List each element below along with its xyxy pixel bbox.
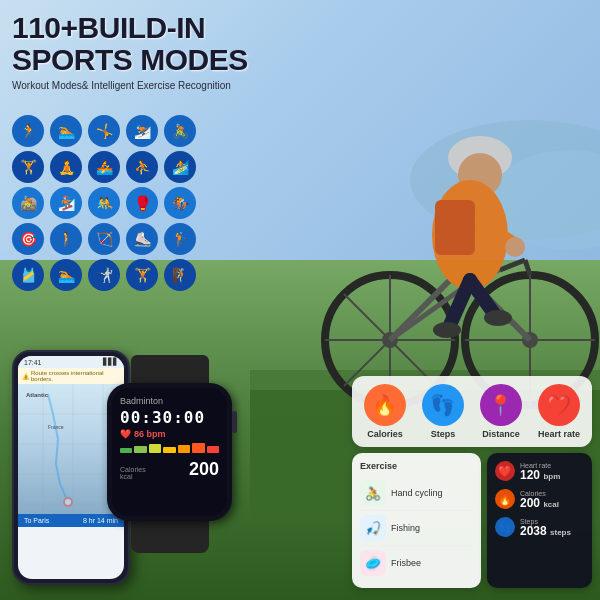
sport-icon: 🤸 (88, 115, 120, 147)
watch-band-top (131, 355, 209, 383)
sport-icon: 🚵 (12, 187, 44, 219)
stat-calories-icon: 🔥 (495, 489, 515, 509)
sport-icon: 🏂 (50, 187, 82, 219)
feature-calories: 🔥 Calories (364, 384, 406, 439)
stat-heartrate-value: 120 bpm (520, 469, 560, 481)
watch-heart-rate: ❤️ 86 bpm (120, 429, 219, 439)
feature-distance: 📍 Distance (480, 384, 522, 439)
sport-icon: 🤼 (88, 187, 120, 219)
watch-calories-unit: kcal (120, 473, 146, 480)
phone-destination-label: To Paris (24, 517, 49, 524)
sport-icon: 🧗 (164, 259, 196, 291)
sport-icon: 🏋️ (12, 151, 44, 183)
watch-band-bottom (131, 521, 209, 553)
exercise-panel-title: Exercise (360, 461, 473, 471)
watch-activity-bars (120, 443, 219, 453)
sport-icon: 🚶 (50, 223, 82, 255)
sport-icon: ⛷️ (126, 115, 158, 147)
sports-icons-container: 🏃 🏊 🤸 ⛷️ 🚴 🏋️ 🧘 🚣 ⛹️ 🏄 🚵 🏂 🤼 🥊 🏇 🎯 🚶 🏹 ⛸… (12, 115, 198, 291)
stat-heartrate-icon: ❤️ (495, 461, 515, 481)
feature-distance-label: Distance (482, 429, 520, 439)
svg-point-28 (433, 322, 461, 338)
stat-item-calories: 🔥 Calories 200 kcal (495, 489, 584, 509)
frisbee-icon: 🥏 (360, 550, 386, 576)
sport-icon: 🏄 (164, 151, 196, 183)
watch-calories-label: Calories (120, 466, 146, 473)
stat-steps-value: 2038 steps (520, 525, 571, 537)
sport-icon: 🥊 (126, 187, 158, 219)
panels-row: Exercise 🚴 Hand cycling 🎣 Fishing 🥏 Fris… (352, 453, 592, 588)
stat-heartrate-info: Heart rate 120 bpm (520, 462, 560, 481)
watch-activity-label: Badminton (120, 396, 219, 406)
fishing-icon: 🎣 (360, 515, 386, 541)
sport-icon: 🏊 (50, 259, 82, 291)
feature-heartrate: ❤️ Heart rate (538, 384, 580, 439)
sport-icon: 🏃 (12, 115, 44, 147)
watch-calories-value: 200 (189, 459, 219, 480)
exercise-panel: Exercise 🚴 Hand cycling 🎣 Fishing 🥏 Fris… (352, 453, 481, 588)
svg-point-29 (484, 310, 512, 326)
feature-steps: 👣 Steps (422, 384, 464, 439)
feature-calories-label: Calories (367, 429, 403, 439)
feature-icons-row: 🔥 Calories 👣 Steps 📍 Distance ❤️ Heart r… (352, 376, 592, 447)
exercise-name-frisbee: Frisbee (391, 558, 421, 568)
sport-icon: 🚣 (88, 151, 120, 183)
feature-heartrate-label: Heart rate (538, 429, 580, 439)
sport-icon: 🎯 (12, 223, 44, 255)
stat-calories-info: Calories 200 kcal (520, 490, 559, 509)
stat-steps-info: Steps 2038 steps (520, 518, 571, 537)
stats-panel: ❤️ Heart rate 120 bpm 🔥 Calories 200 kca… (487, 453, 592, 588)
watch-screen: Badminton 00:30:00 ❤️ 86 bpm (112, 388, 227, 516)
watch-timer: 00:30:00 (120, 408, 219, 427)
sport-icon: 🏋️ (126, 259, 158, 291)
stat-item-steps: 👣 Steps 2038 steps (495, 517, 584, 537)
sport-icon: 🏌️ (164, 223, 196, 255)
exercise-item-frisbee: 🥏 Frisbee (360, 546, 473, 580)
sport-icon: 🚴 (164, 115, 196, 147)
svg-line-19 (500, 260, 525, 270)
watch-crown[interactable] (232, 411, 237, 433)
stat-steps-icon: 👣 (495, 517, 515, 537)
feature-steps-label: Steps (431, 429, 456, 439)
right-panels-container: 🔥 Calories 👣 Steps 📍 Distance ❤️ Heart r… (352, 376, 592, 588)
svg-rect-25 (435, 200, 475, 255)
svg-point-39 (65, 499, 71, 505)
sport-icon: 🏹 (88, 223, 120, 255)
sport-icon: 🎽 (12, 259, 44, 291)
heart-icon: ❤️ (120, 429, 131, 439)
sport-icon: 🤺 (88, 259, 120, 291)
phone-time: 17:41 (24, 359, 42, 366)
sport-icon: 🧘 (50, 151, 82, 183)
exercise-item-hand-cycling: 🚴 Hand cycling (360, 476, 473, 511)
watch-hr-value: 86 bpm (134, 429, 166, 439)
svg-point-30 (505, 237, 525, 257)
sport-icon: 🏇 (164, 187, 196, 219)
hand-cycling-icon: 🚴 (360, 480, 386, 506)
exercise-name-fishing: Fishing (391, 523, 420, 533)
sport-icon: ⛹️ (126, 151, 158, 183)
exercise-name-hand-cycling: Hand cycling (391, 488, 443, 498)
stat-item-heartrate: ❤️ Heart rate 120 bpm (495, 461, 584, 481)
exercise-item-fishing: 🎣 Fishing (360, 511, 473, 546)
watch-mockup: Badminton 00:30:00 ❤️ 86 bpm (102, 355, 237, 585)
watch-calories-section: Calories kcal 200 (120, 459, 219, 480)
stat-calories-value: 200 kcal (520, 497, 559, 509)
sport-icon: ⛸️ (126, 223, 158, 255)
watch-case: Badminton 00:30:00 ❤️ 86 bpm (107, 383, 232, 521)
sport-icon: 🏊 (50, 115, 82, 147)
